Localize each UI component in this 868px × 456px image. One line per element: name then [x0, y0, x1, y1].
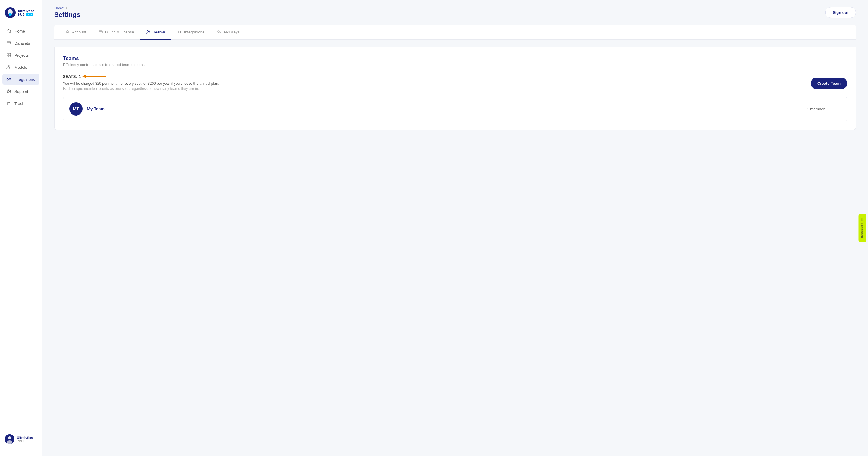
svg-rect-4	[7, 43, 10, 44]
feedback-button[interactable]: ☺ Feedback	[859, 214, 866, 243]
logo-product: HUB BETA	[18, 13, 34, 16]
sidebar-nav: Home Datasets Projects	[0, 25, 42, 427]
tab-teams[interactable]: Teams	[140, 25, 171, 40]
projects-icon	[6, 53, 11, 58]
tab-api-keys-label: API Keys	[224, 30, 240, 34]
user-profile[interactable]: Ultralytics PRO	[2, 432, 39, 446]
sidebar-item-support[interactable]: Support	[2, 86, 39, 97]
svg-point-9	[8, 65, 9, 67]
user-name: Ultralytics	[17, 436, 33, 439]
tab-billing[interactable]: Billing & License	[92, 25, 140, 40]
team-avatar: MT	[69, 102, 83, 115]
logo-brand: ultralytics	[18, 9, 34, 13]
svg-rect-23	[7, 103, 10, 105]
seats-count: 1	[79, 74, 81, 79]
main-content: Home > Settings Sign out Account	[42, 0, 868, 456]
svg-point-26	[7, 440, 12, 444]
user-plan: PRO	[17, 439, 33, 443]
svg-point-27	[67, 30, 68, 32]
teams-list: MT My Team 1 member ⋮	[63, 96, 847, 121]
user-info: Ultralytics PRO	[17, 436, 33, 443]
breadcrumb-separator: >	[66, 6, 68, 10]
sign-out-button[interactable]: Sign out	[825, 7, 856, 18]
logo: ultralytics HUB BETA	[0, 5, 42, 25]
svg-point-10	[7, 68, 8, 69]
create-team-button[interactable]: Create Team	[811, 78, 847, 89]
content-area: Account Billing & License	[42, 25, 868, 456]
tab-billing-label: Billing & License	[105, 30, 134, 34]
svg-rect-7	[7, 56, 8, 57]
page-title: Settings	[54, 11, 81, 19]
team-member-count: 1 member	[807, 107, 825, 111]
tab-teams-label: Teams	[153, 30, 165, 34]
header: Home > Settings Sign out	[42, 0, 868, 25]
sidebar-item-projects[interactable]: Projects	[2, 50, 39, 61]
tab-account-label: Account	[72, 30, 86, 34]
svg-rect-5	[7, 53, 8, 55]
svg-point-14	[7, 79, 8, 80]
sidebar-item-home[interactable]: Home	[2, 25, 39, 37]
models-icon	[6, 64, 11, 70]
svg-point-25	[8, 436, 11, 439]
tabs-bar: Account Billing & License	[54, 25, 856, 40]
logo-text: ultralytics HUB BETA	[18, 9, 34, 16]
ultralytics-logo-icon	[5, 7, 16, 18]
sidebar-item-integrations[interactable]: Integrations	[2, 74, 39, 85]
tab-account[interactable]: Account	[59, 25, 92, 40]
svg-point-30	[147, 31, 149, 32]
teams-header: Teams Efficiently control access to shar…	[63, 56, 847, 67]
svg-point-35	[218, 31, 219, 33]
breadcrumb-home[interactable]: Home	[54, 6, 64, 10]
svg-point-15	[9, 79, 11, 80]
teams-icon	[146, 30, 151, 34]
svg-rect-8	[9, 56, 10, 57]
svg-rect-3	[7, 41, 10, 42]
datasets-icon	[6, 40, 11, 46]
svg-marker-40	[82, 75, 87, 78]
sidebar-item-datasets-label: Datasets	[14, 41, 30, 46]
svg-point-18	[8, 91, 10, 92]
teams-subtitle: Efficiently control access to shared tea…	[63, 63, 145, 67]
avatar	[5, 434, 14, 444]
sidebar-item-trash-label: Trash	[14, 101, 24, 106]
tab-api-keys[interactable]: API Keys	[211, 25, 246, 40]
team-name[interactable]: My Team	[87, 107, 807, 111]
sidebar-item-datasets[interactable]: Datasets	[2, 37, 39, 49]
sidebar-item-models[interactable]: Models	[2, 61, 39, 73]
sidebar-item-integrations-label: Integrations	[14, 77, 35, 82]
tab-integrations[interactable]: Integrations	[171, 25, 211, 40]
sidebar-item-home-label: Home	[14, 29, 25, 33]
feedback-icon: ☺	[861, 218, 864, 221]
sidebar-item-projects-label: Projects	[14, 53, 29, 58]
breadcrumb: Home > Settings	[54, 6, 81, 19]
svg-rect-28	[99, 31, 102, 33]
sidebar: ultralytics HUB BETA Home	[0, 0, 42, 456]
person-icon	[65, 30, 70, 34]
teams-card: Teams Efficiently control access to shar…	[54, 47, 856, 130]
sidebar-footer: Ultralytics PRO	[0, 427, 42, 451]
svg-line-13	[9, 67, 10, 68]
key-icon	[217, 30, 221, 34]
seats-label: SEATS:	[63, 74, 77, 79]
billing-icon	[98, 30, 103, 34]
sidebar-item-support-label: Support	[14, 89, 28, 94]
teams-title: Teams	[63, 56, 145, 61]
sidebar-item-models-label: Models	[14, 65, 27, 70]
svg-rect-6	[9, 53, 10, 55]
team-row: MT My Team 1 member ⋮	[63, 96, 847, 121]
tab-integrations-label: Integrations	[184, 30, 205, 34]
feedback-label: Feedback	[861, 223, 864, 238]
integrations-tab-icon	[177, 30, 182, 34]
trash-icon	[6, 101, 11, 106]
integrations-icon	[6, 77, 11, 82]
sidebar-item-trash[interactable]: Trash	[2, 98, 39, 109]
svg-point-31	[149, 31, 150, 32]
team-menu-button[interactable]: ⋮	[831, 104, 841, 113]
svg-point-33	[180, 31, 181, 33]
svg-point-11	[10, 68, 11, 69]
teams-info: Teams Efficiently control access to shar…	[63, 56, 145, 67]
support-icon	[6, 89, 11, 94]
breadcrumb-links: Home >	[54, 6, 81, 10]
svg-point-32	[178, 31, 179, 33]
svg-line-12	[7, 67, 9, 68]
